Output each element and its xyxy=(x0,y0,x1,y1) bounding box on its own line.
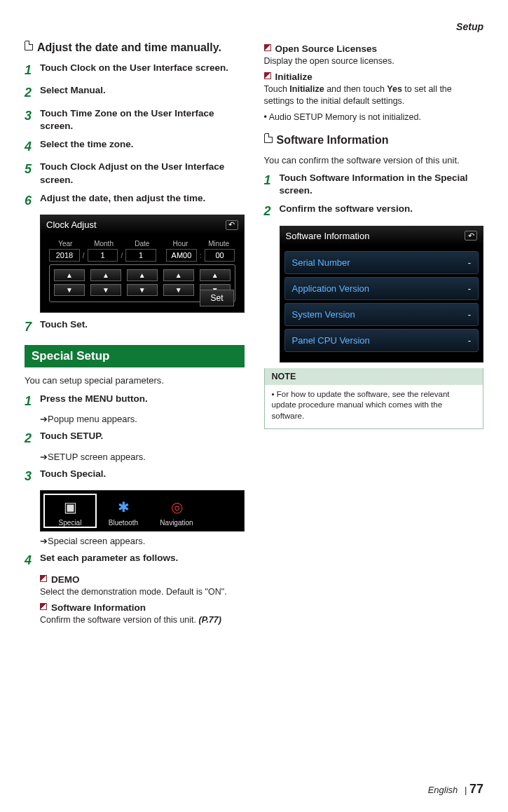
text: Touch xyxy=(40,319,70,330)
step-number: 6 xyxy=(25,192,34,209)
down-button[interactable]: ▼ xyxy=(54,284,85,296)
param-opensource: Open Source Licenses Display the open so… xyxy=(264,43,484,67)
info-row[interactable]: Panel CPU Version- xyxy=(284,329,479,352)
up-button[interactable]: ▲ xyxy=(54,269,85,281)
key: Clock Adjust xyxy=(70,161,128,172)
info-row[interactable]: Application Version- xyxy=(284,277,479,300)
step-4: 4 Select the time zone. xyxy=(25,138,245,155)
note-body: For how to update the software, see the … xyxy=(265,385,483,429)
info-row[interactable]: System Version- xyxy=(284,303,479,326)
row-label: Serial Number xyxy=(292,257,350,268)
step-number: 2 xyxy=(25,84,34,101)
up-button[interactable]: ▲ xyxy=(90,269,121,281)
right-column: Open Source Licenses Display the open so… xyxy=(264,41,484,630)
param-demo: DEMO Select the demonstration mode. Defa… xyxy=(40,574,245,598)
software-info-screenshot: Software Information ↶ Serial Number- Ap… xyxy=(280,226,484,363)
result-text: Special screen appears. xyxy=(40,536,245,546)
page-icon xyxy=(264,133,273,143)
text: Touch xyxy=(264,84,290,94)
down-button[interactable]: ▼ xyxy=(127,284,158,296)
tab-label: Special xyxy=(45,519,95,527)
param-initialize: Initialize Touch Initialize and then tou… xyxy=(264,72,484,107)
step-1: 1 Touch Clock on the User Interface scre… xyxy=(25,62,245,79)
row-label: Application Version xyxy=(292,283,370,294)
back-icon[interactable]: ↶ xyxy=(226,220,238,230)
value: 00 xyxy=(205,249,235,262)
step-3: 3 Touch Time Zone on the User Interface … xyxy=(25,107,245,133)
text: . xyxy=(101,431,104,441)
step-number: 1 xyxy=(264,172,274,189)
note-bullet: Audio SETUP Memory is not initialized. xyxy=(264,111,484,123)
page-ref: (P.77) xyxy=(199,615,221,625)
back-icon[interactable]: ↶ xyxy=(465,231,477,241)
param-body: Select the demonstration mode. Default i… xyxy=(40,586,245,598)
step-number: 2 xyxy=(264,203,274,219)
text: . xyxy=(104,468,107,479)
screen-title: Clock Adjust xyxy=(46,219,97,230)
text: Set each parameter as follows. xyxy=(40,552,245,564)
step-number: 1 xyxy=(25,62,34,79)
label: Date xyxy=(125,240,158,248)
text: Press the xyxy=(40,393,85,404)
param-body: Display the open source licenses. xyxy=(264,55,484,67)
footer-language: English xyxy=(428,785,458,795)
row-value: - xyxy=(468,335,471,346)
text: Touch xyxy=(280,172,310,183)
step-7: 7 Touch Set. xyxy=(25,318,245,335)
step-number: 7 xyxy=(25,318,34,335)
key: Initialize xyxy=(289,84,324,94)
step-number: 4 xyxy=(25,138,34,155)
down-button[interactable]: ▼ xyxy=(90,284,121,296)
step-number: 1 xyxy=(25,393,34,410)
key: MENU xyxy=(85,393,114,404)
left-column: Adjust the date and time manually. 1 Tou… xyxy=(25,41,245,630)
step-c2: 2 Confirm the software version. xyxy=(264,203,484,219)
section-title: Adjust the date and time manually. xyxy=(37,41,245,55)
info-row[interactable]: Serial Number- xyxy=(284,251,479,274)
set-button[interactable]: Set xyxy=(200,290,233,306)
row-value: - xyxy=(468,283,471,294)
key: Time Zone xyxy=(70,108,117,119)
row-value: - xyxy=(468,257,471,268)
tab-navigation[interactable]: ◎ Navigation xyxy=(151,495,202,527)
down-button[interactable]: ▼ xyxy=(163,284,194,296)
value: AM00 xyxy=(166,249,197,262)
label: Month xyxy=(88,240,121,248)
row-label: System Version xyxy=(292,309,355,320)
step-number: 4 xyxy=(25,552,34,569)
step-number: 2 xyxy=(25,430,34,447)
param-body: Confirm the software version of this uni… xyxy=(40,615,196,625)
text: Touch xyxy=(40,108,70,119)
clock-adjust-screenshot: Clock Adjust ↶ Year Month Date Hour Minu… xyxy=(40,215,245,313)
row-value: - xyxy=(468,309,471,320)
text: Touch xyxy=(40,161,70,172)
value: 2018 xyxy=(49,249,80,262)
paragraph: You can setup special parameters. xyxy=(25,374,245,387)
step-b1: 1 Press the MENU button. xyxy=(25,393,245,410)
result-text: SETUP screen appears. xyxy=(40,452,245,462)
square-bullet-icon xyxy=(264,72,271,79)
tab-special[interactable]: ▣ Special xyxy=(45,495,95,527)
param-title: DEMO xyxy=(51,574,80,585)
section-adjust-datetime: Adjust the date and time manually. xyxy=(25,41,245,55)
up-button[interactable]: ▲ xyxy=(127,269,158,281)
step-b2: 2 Touch SETUP. xyxy=(25,430,245,447)
text: on the User Interface screen. xyxy=(96,62,228,73)
up-button[interactable]: ▲ xyxy=(163,269,194,281)
step-number: 5 xyxy=(25,161,34,177)
footer-sep: | xyxy=(465,785,467,795)
text: button. xyxy=(113,393,147,404)
value: 1 xyxy=(88,249,118,262)
note-box: NOTE For how to update the software, see… xyxy=(264,368,484,430)
sep: / xyxy=(83,252,85,259)
section-special-setup: Special Setup xyxy=(25,345,245,367)
up-button[interactable]: ▲ xyxy=(200,269,231,281)
param-software-info: Software Information Confirm the softwar… xyxy=(40,602,245,626)
text: Select the time zone. xyxy=(40,138,245,151)
text: Touch xyxy=(40,62,70,73)
tab-bluetooth[interactable]: ✱ Bluetooth xyxy=(98,495,149,527)
square-bullet-icon xyxy=(264,44,271,51)
param-title: Open Source Licenses xyxy=(275,43,378,54)
param-title: Software Information xyxy=(51,602,146,613)
text: and then touch xyxy=(324,84,387,94)
